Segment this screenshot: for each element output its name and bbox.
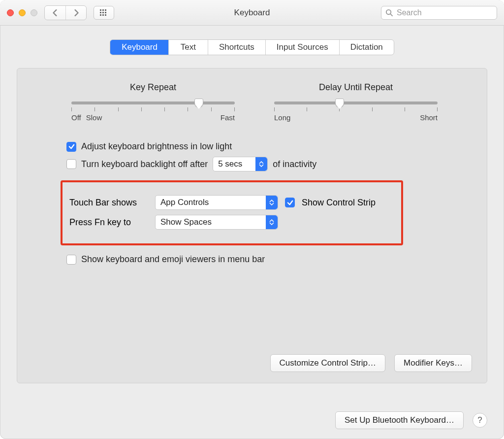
backlight-duration-popup[interactable]: 5 secs bbox=[213, 157, 268, 171]
window-controls bbox=[7, 9, 37, 16]
svg-rect-3 bbox=[100, 12, 101, 13]
back-button[interactable] bbox=[45, 6, 65, 20]
key-repeat-fast-label: Fast bbox=[220, 113, 235, 122]
delay-long-label: Long bbox=[274, 113, 290, 122]
content: Keyboard Text Shortcuts Input Sources Di… bbox=[0, 26, 504, 393]
tab-bar: Keyboard Text Shortcuts Input Sources Di… bbox=[17, 39, 487, 55]
key-repeat-slow-label: Slow bbox=[86, 113, 102, 122]
touchbar-shows-label: Touch Bar shows bbox=[69, 198, 148, 208]
svg-rect-7 bbox=[102, 14, 104, 16]
minimize-window-button[interactable] bbox=[19, 9, 26, 16]
stepper-icon bbox=[266, 215, 278, 229]
modifier-keys-button[interactable]: Modifier Keys… bbox=[394, 354, 472, 372]
key-repeat-block: Key Repeat Off Slow Fast bbox=[71, 82, 235, 122]
backlight-duration-value: 5 secs bbox=[218, 159, 255, 169]
key-repeat-slider[interactable] bbox=[71, 101, 235, 104]
close-window-button[interactable] bbox=[7, 9, 14, 16]
svg-rect-1 bbox=[102, 9, 104, 11]
search-field[interactable] bbox=[381, 6, 497, 20]
key-repeat-label: Key Repeat bbox=[71, 82, 235, 93]
nav-back-forward bbox=[44, 5, 87, 20]
stepper-icon bbox=[266, 196, 278, 209]
settings-pane: Key Repeat Off Slow Fast Delay Until R bbox=[17, 68, 487, 383]
svg-rect-5 bbox=[105, 12, 106, 13]
svg-rect-0 bbox=[100, 9, 101, 11]
delay-repeat-slider[interactable] bbox=[274, 101, 438, 104]
forward-button[interactable] bbox=[65, 6, 86, 20]
svg-line-10 bbox=[390, 14, 392, 16]
fn-key-value: Show Spaces bbox=[160, 217, 266, 227]
backlight-off-checkbox[interactable] bbox=[66, 159, 76, 169]
show-control-strip-label: Show Control Strip bbox=[302, 198, 376, 208]
tab-dictation[interactable]: Dictation bbox=[339, 40, 394, 55]
touchbar-shows-popup[interactable]: App Controls bbox=[155, 195, 278, 210]
zoom-window-button[interactable] bbox=[31, 9, 37, 16]
svg-rect-2 bbox=[105, 9, 106, 11]
show-viewers-label: Show keyboard and emoji viewers in menu … bbox=[81, 254, 265, 265]
customize-control-strip-button[interactable]: Customize Control Strip… bbox=[270, 354, 386, 372]
adjust-brightness-label: Adjust keyboard brightness in low light bbox=[81, 141, 232, 152]
delay-short-label: Short bbox=[420, 113, 438, 122]
titlebar: Keyboard bbox=[0, 0, 504, 26]
adjust-brightness-checkbox[interactable] bbox=[66, 142, 76, 152]
key-repeat-off-label: Off bbox=[71, 113, 81, 122]
show-all-button[interactable] bbox=[94, 6, 114, 20]
fn-key-label: Press Fn key to bbox=[69, 217, 148, 228]
show-viewers-checkbox[interactable] bbox=[66, 255, 76, 265]
touchbar-shows-value: App Controls bbox=[160, 198, 266, 207]
tab-input-sources[interactable]: Input Sources bbox=[265, 40, 339, 55]
search-icon bbox=[385, 9, 393, 16]
bluetooth-keyboard-button[interactable]: Set Up Bluetooth Keyboard… bbox=[335, 411, 464, 429]
tab-text[interactable]: Text bbox=[168, 40, 208, 55]
svg-rect-6 bbox=[100, 14, 101, 16]
highlighted-section: Touch Bar shows App Controls Show Contro… bbox=[61, 180, 403, 245]
tab-keyboard[interactable]: Keyboard bbox=[110, 40, 168, 55]
svg-rect-4 bbox=[102, 12, 104, 13]
tab-shortcuts[interactable]: Shortcuts bbox=[208, 40, 265, 55]
backlight-off-label-pre: Turn keyboard backlight off after bbox=[81, 159, 208, 169]
preferences-window: Keyboard Keyboard Text Shortcuts Input S… bbox=[0, 0, 504, 439]
svg-rect-8 bbox=[105, 14, 106, 16]
stepper-icon bbox=[255, 157, 267, 171]
delay-repeat-block: Delay Until Repeat Long Short bbox=[274, 82, 438, 122]
search-input[interactable] bbox=[396, 8, 493, 18]
fn-key-popup[interactable]: Show Spaces bbox=[155, 215, 278, 230]
delay-repeat-label: Delay Until Repeat bbox=[274, 82, 438, 93]
show-control-strip-checkbox[interactable] bbox=[285, 198, 295, 207]
backlight-off-label-post: of inactivity bbox=[273, 159, 316, 169]
help-button[interactable]: ? bbox=[472, 413, 487, 428]
